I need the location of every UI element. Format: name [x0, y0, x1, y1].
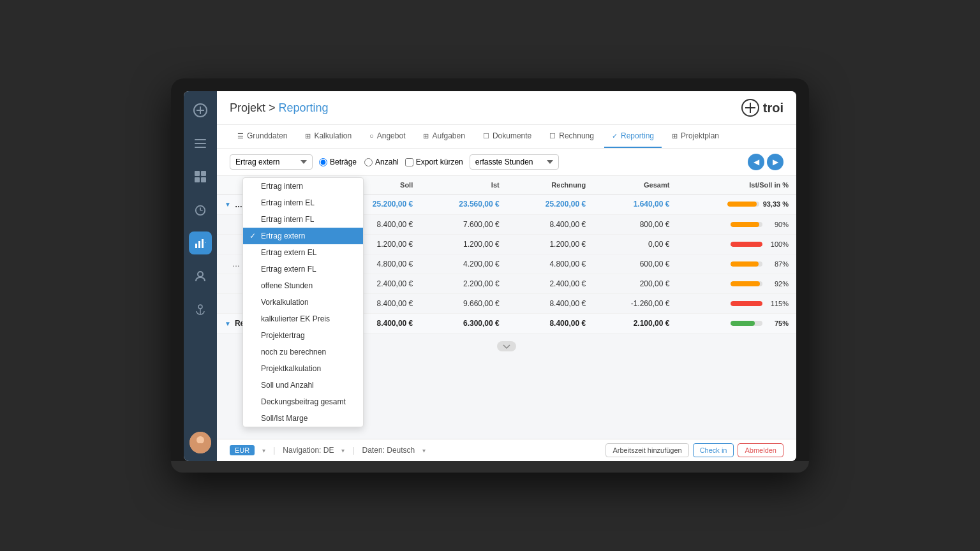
- tab-rechnung-label: Rechnung: [559, 131, 594, 140]
- sidebar: [184, 91, 217, 461]
- currency-arrow-icon[interactable]: ▾: [262, 447, 265, 454]
- row-gesamt: 600,00 €: [593, 254, 677, 274]
- bottom-actions: Arbeitszeit hinzufügen Check in Abmelden: [605, 443, 783, 457]
- toggle-arrow-icon[interactable]: ▼: [225, 201, 231, 208]
- row-pct: 100%: [677, 234, 796, 254]
- dropdown-item-noch-zu-berechnen[interactable]: noch zu berechnen: [243, 344, 363, 360]
- svg-rect-5: [195, 147, 206, 148]
- tab-rechnung[interactable]: ☐ Rechnung: [542, 125, 602, 148]
- data-arrow-icon[interactable]: ▾: [422, 447, 426, 454]
- tab-dokumente[interactable]: ☐ Dokumente: [475, 125, 539, 148]
- scroll-indicator[interactable]: [497, 341, 516, 351]
- dropdown-item-ertrag-extern-el[interactable]: Ertrag extern EL: [243, 244, 363, 261]
- radio-betraege-input[interactable]: [319, 158, 327, 166]
- dropdown-item-ertrag-intern-el[interactable]: Ertrag intern EL: [243, 195, 363, 211]
- main-content: Projekt > Reporting troi ☰ Grunddaten ⊞ …: [217, 91, 796, 461]
- sidebar-dashboard-icon[interactable]: [189, 165, 212, 188]
- tab-aufgaben[interactable]: ⊞ Aufgaben: [415, 125, 472, 148]
- tab-grunddaten[interactable]: ☰ Grunddaten: [230, 125, 295, 148]
- row-ist: 2.200,00 €: [420, 274, 507, 293]
- export-checkbox[interactable]: Export kürzen: [405, 158, 463, 166]
- radio-betraege[interactable]: Beträge: [319, 158, 357, 166]
- tab-kalkulation[interactable]: ⊞ Kalkulation: [297, 125, 359, 148]
- col-header-ist: Ist: [420, 176, 507, 195]
- row-pct: 115%: [677, 293, 796, 313]
- dropdown-item-ertrag-intern[interactable]: Ertrag intern: [243, 178, 363, 195]
- dropdown-item-ertrag-extern-fl[interactable]: Ertrag extern FL: [243, 261, 363, 277]
- arbeitszeit-button[interactable]: Arbeitszeit hinzufügen: [605, 443, 688, 457]
- tab-reporting[interactable]: ✓ Reporting: [604, 125, 662, 148]
- row-pct: 92%: [677, 274, 796, 293]
- dropdown-item-soll-ist-marge[interactable]: Soll/Ist Marge: [243, 410, 363, 427]
- tab-dokumente-label: Dokumente: [493, 131, 531, 140]
- svg-rect-6: [195, 171, 200, 176]
- dropdown-container: Ertrag extern Ertrag intern Ertrag inter…: [230, 154, 313, 170]
- sidebar-menu-icon[interactable]: [189, 132, 212, 155]
- row-ist: 1.200,00 €: [420, 234, 507, 254]
- tab-angebot[interactable]: ○ Angebot: [362, 125, 413, 148]
- tab-projektplan-label: Projektplan: [681, 131, 719, 140]
- dropdown-item-ertrag-extern[interactable]: Ertrag extern: [243, 228, 363, 244]
- sidebar-timer-icon[interactable]: [189, 198, 212, 221]
- sidebar-anchor-icon[interactable]: [189, 298, 212, 321]
- col-header-gesamt: Gesamt: [593, 176, 677, 195]
- svg-rect-14: [198, 241, 200, 248]
- svg-rect-13: [195, 244, 197, 248]
- dropdown-item-deckungsbeitrag[interactable]: Deckungsbeitrag gesamt: [243, 393, 363, 410]
- nav-arrows: ◀ ▶: [748, 154, 783, 170]
- bottombar: EUR ▾ | Navigation: DE ▾ | Daten: Deutsc…: [217, 439, 796, 461]
- sidebar-reporting-icon[interactable]: [189, 231, 212, 254]
- currency-flag[interactable]: EUR: [230, 445, 255, 455]
- radio-betraege-label: Beträge: [330, 158, 357, 166]
- export-checkbox-label: Export kürzen: [416, 158, 463, 166]
- radio-anzahl-input[interactable]: [364, 158, 373, 166]
- dropdown-item-offene-stunden[interactable]: offene Stunden: [243, 277, 363, 294]
- row-rechnung: 1.200,00 €: [507, 234, 593, 254]
- row-rechnung: 8.400,00 €: [507, 293, 593, 313]
- tab-kalkulation-label: Kalkulation: [314, 131, 352, 140]
- row-gesamt: 2.100,00 €: [593, 313, 677, 334]
- toolbar: Ertrag extern Ertrag intern Ertrag inter…: [217, 149, 796, 176]
- svg-rect-9: [201, 177, 206, 182]
- nav-arrow-icon[interactable]: ▾: [341, 447, 345, 454]
- row-rechnung: 25.200,00 €: [507, 195, 593, 215]
- nav-tabs: ☰ Grunddaten ⊞ Kalkulation ○ Angebot ⊞ A…: [217, 125, 796, 149]
- tab-aufgaben-label: Aufgaben: [432, 131, 464, 140]
- dropdown-item-projektkalkulation[interactable]: Projektkalkulation: [243, 360, 363, 377]
- row-ist: 7.600,00 €: [420, 214, 507, 234]
- dropdown-item-projektertrag[interactable]: Projektertrag: [243, 327, 363, 344]
- logo-text: troi: [763, 101, 783, 115]
- dokumente-icon: ☐: [483, 132, 489, 140]
- svg-point-18: [198, 305, 202, 309]
- dropdown-item-soll-anzahl[interactable]: Soll und Anzahl: [243, 377, 363, 393]
- checkin-button[interactable]: Check in: [693, 443, 734, 457]
- radio-anzahl[interactable]: Anzahl: [364, 158, 399, 166]
- dropdown-item-ertrag-intern-fl[interactable]: Ertrag intern FL: [243, 211, 363, 228]
- row-pct: 93,33 %: [677, 195, 796, 215]
- dropdown-menu: Ertrag intern Ertrag intern EL Ertrag in…: [242, 177, 364, 427]
- sidebar-avatar[interactable]: [189, 432, 211, 453]
- svg-rect-4: [195, 143, 206, 144]
- row-gesamt: 1.640,00 €: [593, 195, 677, 215]
- svg-rect-8: [195, 177, 200, 182]
- row-rechnung: 8.400,00 €: [507, 313, 593, 334]
- tab-projektplan[interactable]: ⊞ Projektplan: [664, 125, 727, 148]
- svg-rect-15: [202, 239, 204, 248]
- prev-button[interactable]: ◀: [748, 154, 764, 170]
- dropdown-item-kalk-ek-preis[interactable]: kalkulierter EK Preis: [243, 311, 363, 327]
- view-type-select[interactable]: Ertrag extern: [230, 154, 313, 170]
- export-checkbox-input[interactable]: [405, 158, 413, 166]
- svg-point-17: [198, 272, 203, 277]
- aufgaben-icon: ⊞: [423, 132, 429, 140]
- toggle-arrow-icon[interactable]: ▼: [225, 320, 231, 327]
- svg-point-21: [197, 436, 204, 444]
- stunden-select[interactable]: erfasste Stunden: [470, 154, 559, 170]
- sidebar-user-icon[interactable]: [189, 265, 212, 288]
- abmelden-button[interactable]: Abmelden: [738, 443, 783, 457]
- breadcrumb: Projekt > Reporting: [230, 101, 329, 115]
- row-ist: 23.560,00 €: [420, 195, 507, 215]
- next-button[interactable]: ▶: [767, 154, 783, 170]
- tab-angebot-label: Angebot: [377, 131, 406, 140]
- sidebar-logo[interactable]: [189, 99, 212, 122]
- dropdown-item-vorkalkulation[interactable]: Vorkalkulation: [243, 294, 363, 311]
